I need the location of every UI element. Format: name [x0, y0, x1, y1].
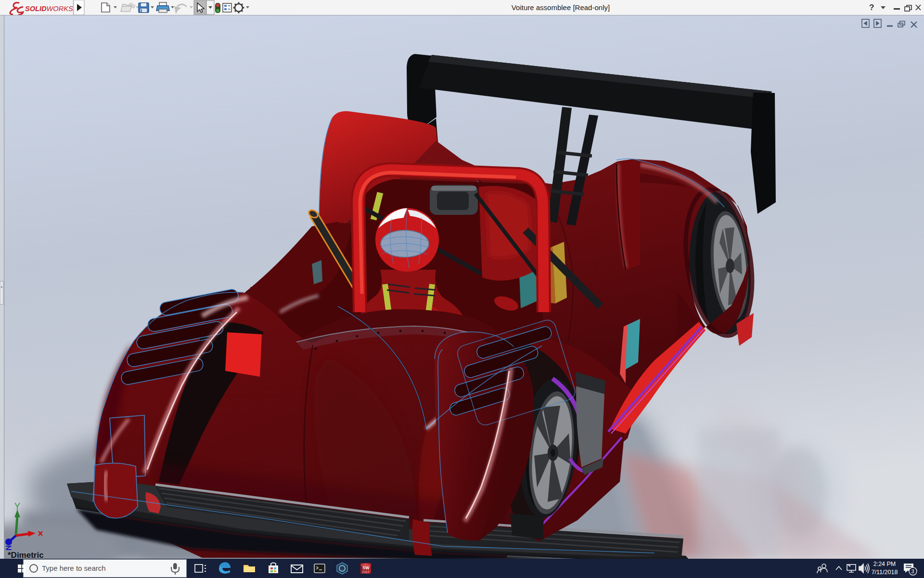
svg-text:SOLIDWORKS: SOLIDWORKS — [25, 5, 73, 13]
svg-text:*Dimetric: *Dimetric — [8, 551, 44, 559]
svg-text:SW: SW — [362, 565, 370, 570]
svg-text:2017: 2017 — [362, 570, 370, 574]
svg-text:3: 3 — [911, 568, 914, 574]
svg-text:?: ? — [869, 3, 874, 12]
